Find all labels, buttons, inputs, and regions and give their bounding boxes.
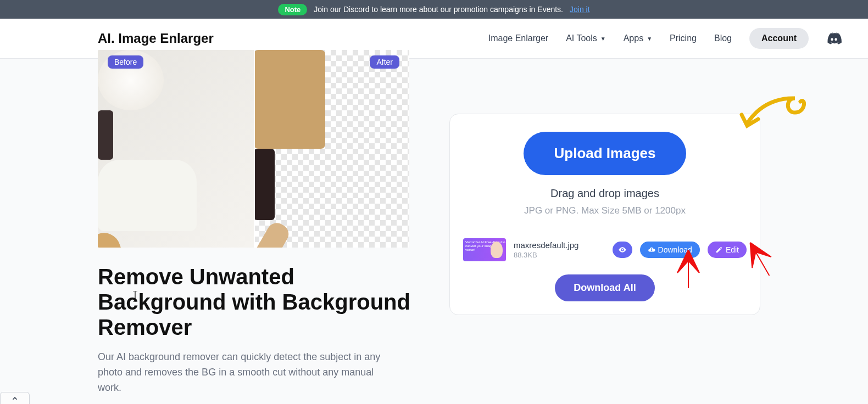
file-thumbnail[interactable]: Vectorizer.AI Free AI tool to convert yo… xyxy=(463,238,506,261)
discord-icon[interactable] xyxy=(826,31,842,46)
file-row: Vectorizer.AI Free AI tool to convert yo… xyxy=(463,238,747,261)
chevron-up-icon xyxy=(11,395,19,402)
chevron-down-icon: ▼ xyxy=(600,36,606,42)
edit-icon xyxy=(715,246,723,254)
note-pill: Note xyxy=(278,4,307,15)
after-badge: After xyxy=(370,55,399,69)
join-link[interactable]: Join it xyxy=(570,5,590,14)
download-all-button[interactable]: Download All xyxy=(555,274,654,301)
nav-ai-tools[interactable]: AI Tools ▼ xyxy=(566,33,606,43)
upload-images-button[interactable]: Upload Images xyxy=(524,132,687,175)
nav-apps[interactable]: Apps ▼ xyxy=(624,33,652,43)
nav-apps-label: Apps xyxy=(624,33,643,43)
chevron-down-icon: ▼ xyxy=(647,36,652,42)
compare-slider[interactable] xyxy=(254,50,255,248)
upload-hint: JPG or PNG. Max Size 5MB or 1200px xyxy=(463,205,747,216)
nav: Image Enlarger AI Tools ▼ Apps ▼ Pricing… xyxy=(488,28,842,49)
drag-drop-text: Drag and drop images xyxy=(463,187,747,200)
before-after-compare[interactable]: Before After xyxy=(98,50,409,248)
nav-blog[interactable]: Blog xyxy=(714,33,732,43)
page-description: Our AI background remover can quickly de… xyxy=(98,350,400,396)
right-column: Upload Images Drag and drop images JPG o… xyxy=(449,59,842,396)
after-image xyxy=(254,50,410,248)
banner-text: Join our Discord to learn more about our… xyxy=(314,5,563,14)
annotation-arrow-download xyxy=(675,250,702,288)
file-size: 88.3KB xyxy=(514,251,605,259)
before-image xyxy=(98,50,254,248)
upload-card: Upload Images Drag and drop images JPG o… xyxy=(449,114,760,315)
eye-icon xyxy=(618,245,627,254)
file-name: maxresdefault.jpg xyxy=(514,240,605,250)
before-badge: Before xyxy=(108,55,143,69)
nav-ai-tools-label: AI Tools xyxy=(566,33,597,43)
file-info: maxresdefault.jpg 88.3KB xyxy=(514,240,605,259)
edit-label: Edit xyxy=(726,245,739,254)
preview-button[interactable] xyxy=(613,242,632,258)
curly-arrow-icon xyxy=(737,92,809,141)
promo-banner: Note Join our Discord to learn more abou… xyxy=(0,0,868,19)
text-cursor-icon xyxy=(133,291,137,302)
logo[interactable]: AI. Image Enlarger xyxy=(98,31,214,46)
left-column: Before After Remove Unwanted Background … xyxy=(98,59,427,396)
nav-pricing[interactable]: Pricing xyxy=(670,33,697,43)
cloud-download-icon xyxy=(648,246,655,254)
account-button[interactable]: Account xyxy=(749,28,809,49)
main: Before After Remove Unwanted Background … xyxy=(0,59,868,396)
page-heading: Remove Unwanted Background with Backgrou… xyxy=(98,264,427,340)
nav-image-enlarger[interactable]: Image Enlarger xyxy=(488,33,548,43)
scroll-to-top-tab[interactable] xyxy=(0,392,30,404)
